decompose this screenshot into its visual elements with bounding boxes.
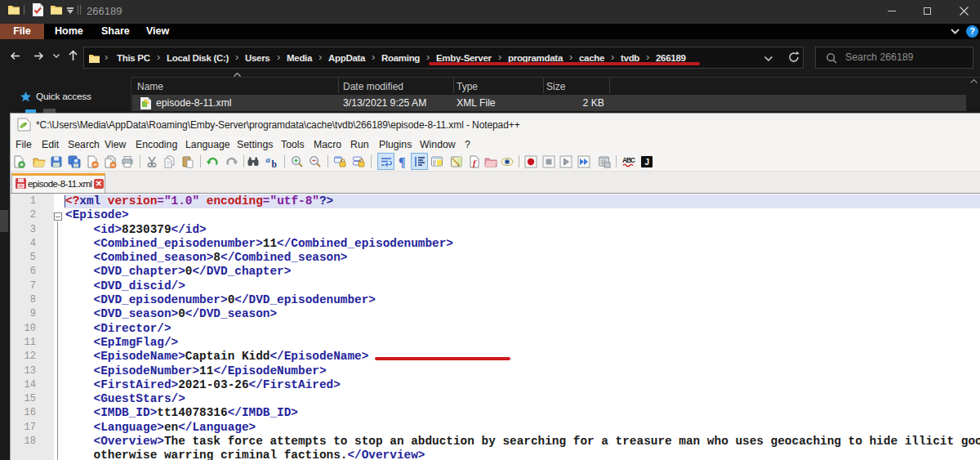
svg-text:ABC: ABC bbox=[622, 156, 635, 164]
svg-text:a: a bbox=[266, 155, 270, 164]
svg-text:J: J bbox=[644, 158, 649, 167]
svg-text:¶: ¶ bbox=[399, 155, 406, 168]
svg-text:b: b bbox=[272, 159, 277, 168]
